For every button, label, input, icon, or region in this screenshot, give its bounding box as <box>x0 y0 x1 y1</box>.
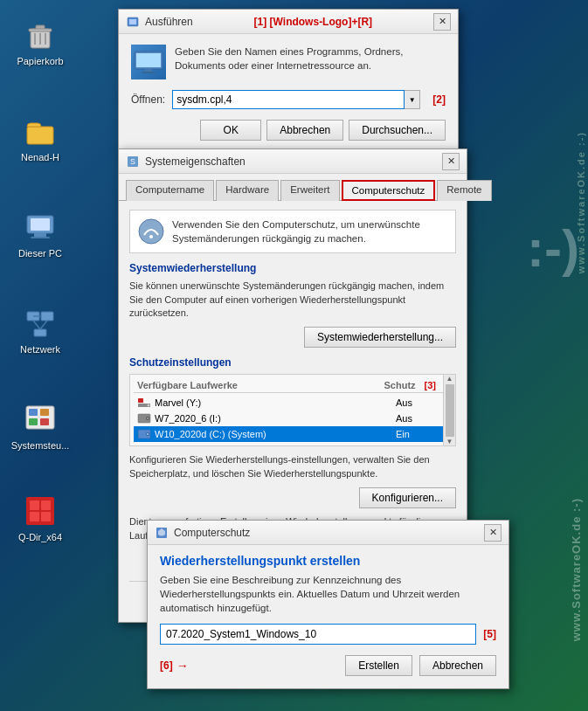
schutz-scrollbar[interactable]: ▲ ▼ <box>443 375 455 445</box>
svg-rect-30 <box>136 53 161 67</box>
cs-input[interactable] <box>160 624 476 645</box>
svg-point-39 <box>148 404 150 407</box>
drive-row-marvel[interactable]: Marvel (Y:) Aus <box>134 395 452 411</box>
drive-marvel-status: Aus <box>396 397 448 408</box>
run-app-icon <box>131 45 166 79</box>
cs-annotation-6-container: [6] → <box>160 655 189 676</box>
svg-rect-21 <box>40 418 49 425</box>
schutz-list-wrapper: Verfügbare Laufwerke Schutz [3] Marvel (… <box>129 374 456 446</box>
cs-title-icon <box>155 526 169 540</box>
nenadh-label: Nenad-H <box>21 152 59 162</box>
svg-rect-13 <box>34 329 46 336</box>
tab-remote[interactable]: Remote <box>437 180 491 201</box>
run-buttons: OK Abbrechen Durchsuchen... <box>131 120 446 141</box>
tab-computername[interactable]: Computername <box>126 180 214 201</box>
svg-rect-26 <box>41 512 51 521</box>
svg-rect-28 <box>129 19 136 24</box>
tab-erweitert[interactable]: Erweitert <box>280 180 339 201</box>
run-dialog: Ausführen [1] [Windows-Logo]+[R] ✕ Geben… <box>118 9 459 152</box>
svg-rect-25 <box>30 512 39 521</box>
desktop-icon-qdir[interactable]: Q-Dir_x64 <box>9 494 72 542</box>
run-desc-row: Geben Sie den Namen eines Programms, Ord… <box>131 45 446 79</box>
annotation-3: [3] <box>425 380 436 390</box>
tab-hardware[interactable]: Hardware <box>216 180 279 201</box>
run-input[interactable] <box>172 90 405 109</box>
drive-icon-marvel <box>137 397 151 408</box>
svg-rect-12 <box>41 312 53 321</box>
svg-text:S: S <box>130 157 135 166</box>
computerschutz-dialog: Computerschutz ✕ Wiederherstellungspunkt… <box>147 520 509 689</box>
svg-rect-37 <box>138 398 143 403</box>
sysprop-desc-icon <box>137 217 165 245</box>
cs-main-title: Wiederherstellungspunkt erstellen <box>160 554 496 568</box>
svg-rect-8 <box>31 218 50 231</box>
drive-marvel-name: Marvel (Y:) <box>155 397 396 408</box>
sysprop-tab-bar: Computername Hardware Erweitert Computer… <box>119 174 467 201</box>
run-close-button[interactable]: ✕ <box>433 13 451 31</box>
drive-icon-w10 <box>137 429 151 439</box>
svg-rect-23 <box>30 500 39 510</box>
run-ok-button[interactable]: OK <box>200 120 261 141</box>
svg-rect-6 <box>27 127 53 144</box>
qdir-label: Q-Dir_x64 <box>18 532 62 542</box>
konfigurieren-desc: Konfigurieren Sie Wiederherstellungs-ein… <box>129 453 456 480</box>
cs-title-text: Computerschutz <box>174 527 250 539</box>
dieserpc-label: Dieser PC <box>18 248 62 259</box>
desktop-icon-systemsteu[interactable]: Systemsteu... <box>9 402 72 451</box>
systemsteu-label: Systemsteu... <box>11 440 70 451</box>
sysprop-titlebar: S Systemeigenschaften ✕ <box>119 149 467 174</box>
schutz-section: Verfügbare Laufwerke Schutz [3] Marvel (… <box>129 374 456 446</box>
cs-titlebar: Computerschutz ✕ <box>148 521 508 545</box>
drive-w7-name: W7_2020_6 (I:) <box>155 413 396 424</box>
cs-arrow-icon: → <box>176 659 189 673</box>
systemsteu-icon <box>23 402 58 437</box>
drive-w7-status: Aus <box>396 413 448 424</box>
cs-create-btn[interactable]: Erstellen <box>345 655 412 676</box>
run-monitor-icon <box>133 50 164 74</box>
run-title-text: Ausführen <box>145 16 193 28</box>
run-dropdown-arrow[interactable]: ▼ <box>405 90 420 109</box>
svg-rect-19 <box>40 409 49 416</box>
drive-w10-name: W10_2020d (C:) (System) <box>155 429 396 439</box>
run-browse-button[interactable]: Durchsuchen... <box>349 120 446 141</box>
svg-line-15 <box>40 321 47 329</box>
schutzeinstellungen-title: Schutzeinstellungen <box>129 356 456 369</box>
desktop-icon-dieserpc[interactable]: Dieser PC <box>9 210 72 259</box>
cs-cancel-btn[interactable]: Abbrechen <box>419 655 496 676</box>
systemwiederherstellung-title: Systemwiederherstellung <box>129 262 456 274</box>
drive-w10-status: Ein <box>396 429 448 439</box>
schutz-header: Verfügbare Laufwerke Schutz [3] <box>134 378 452 393</box>
svg-point-35 <box>139 219 163 244</box>
tab-computerschutz[interactable]: Computerschutz <box>342 180 436 201</box>
schutz-col-header: Schutz <box>384 380 415 390</box>
run-description: Geben Sie den Namen eines Programms, Ord… <box>175 45 446 79</box>
run-open-row: Öffnen: ▼ [2] <box>131 90 446 109</box>
sysprop-desc-box: Verwenden Sie den Computerschutz, um une… <box>129 210 456 253</box>
netzwerk-icon <box>23 306 58 341</box>
restore-desc: Sie können unerwünschte Systemänderungen… <box>129 280 456 320</box>
desktop-icon-nenadh[interactable]: Nenad-H <box>9 114 72 162</box>
svg-point-42 <box>147 418 149 419</box>
run-title-left: Ausführen <box>126 15 193 29</box>
sysprop-title-text: Systemeigenschaften <box>145 155 246 168</box>
restore-btn[interactable]: Systemwiederherstellung... <box>304 327 456 348</box>
konfigurieren-btn[interactable]: Konfigurieren... <box>359 487 456 508</box>
watermark-side: www.SoftwareOK.de :-) <box>576 131 586 273</box>
smiley-decoration: :-) <box>527 218 579 279</box>
drive-row-w10[interactable]: W10_2020d (C:) (System) Ein <box>134 426 452 442</box>
drive-icon-w7 <box>137 413 151 424</box>
run-titlebar: Ausführen [1] [Windows-Logo]+[R] ✕ <box>119 10 458 34</box>
run-cancel-button[interactable]: Abbrechen <box>266 120 343 141</box>
sysprop-close-button[interactable]: ✕ <box>442 153 460 170</box>
svg-rect-20 <box>29 418 38 425</box>
svg-rect-10 <box>31 237 50 238</box>
svg-rect-9 <box>34 233 46 237</box>
svg-point-36 <box>149 235 153 238</box>
nenadh-icon <box>23 114 58 148</box>
desktop-icon-netzwerk[interactable]: Netzwerk <box>9 306 72 355</box>
dieserpc-icon <box>23 210 58 245</box>
cs-close-button[interactable]: ✕ <box>484 524 502 542</box>
desktop-icon-papierkorb[interactable]: Papierkorb <box>9 17 72 66</box>
drive-row-w7[interactable]: W7_2020_6 (I:) Aus <box>134 411 452 426</box>
drives-col-header: Verfügbare Laufwerke <box>137 380 384 390</box>
